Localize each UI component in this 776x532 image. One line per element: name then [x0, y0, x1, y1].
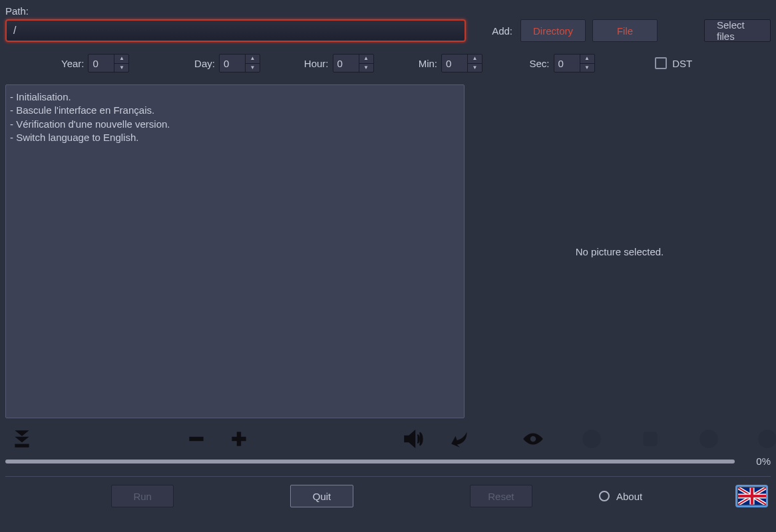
zoom-in-icon[interactable] [228, 428, 250, 450]
day-up-icon[interactable]: ▲ [246, 55, 260, 63]
sound-icon[interactable] [402, 428, 425, 450]
hour-stepper[interactable]: ▲▼ [333, 54, 374, 72]
settings-icon[interactable] [756, 428, 776, 450]
min-label: Min: [419, 58, 437, 69]
path-input[interactable] [5, 19, 466, 42]
min-stepper[interactable]: ▲▼ [441, 54, 483, 72]
eye-icon[interactable] [522, 428, 544, 450]
about-radio-icon [599, 491, 610, 501]
year-label: Year: [61, 58, 84, 69]
sec-up-icon[interactable]: ▲ [580, 55, 594, 63]
svg-point-3 [582, 430, 601, 448]
sec-label: Sec: [530, 58, 550, 69]
svg-rect-0 [189, 437, 203, 441]
add-directory-button[interactable]: Directory [520, 19, 586, 42]
svg-point-6 [758, 430, 776, 448]
run-button[interactable]: Run [111, 485, 174, 507]
preview-empty-text: No picture selected. [576, 246, 664, 257]
year-stepper[interactable]: ▲▼ [88, 54, 129, 72]
select-files-button[interactable]: Select files [704, 19, 771, 42]
day-label: Day: [194, 58, 215, 69]
add-label: Add: [492, 25, 512, 37]
min-up-icon[interactable]: ▲ [468, 55, 482, 63]
sec-input[interactable] [554, 55, 580, 72]
dst-checkbox[interactable] [655, 57, 667, 69]
stop-icon[interactable] [580, 428, 603, 450]
progress-bar [5, 460, 735, 464]
preview-panel: No picture selected. [469, 84, 771, 418]
svg-rect-4 [643, 432, 657, 446]
hour-down-icon[interactable]: ▼ [359, 63, 373, 72]
path-label: Path: [5, 5, 771, 17]
day-stepper[interactable]: ▲▼ [219, 54, 260, 72]
sec-down-icon[interactable]: ▼ [580, 63, 594, 72]
log-panel: - Initialisation. - Bascule l'interface … [5, 84, 465, 418]
help-icon[interactable] [697, 428, 720, 450]
download-stack-icon[interactable] [11, 428, 33, 450]
day-input[interactable] [220, 55, 245, 72]
progress-percent: 0% [743, 456, 771, 467]
svg-rect-2 [237, 432, 241, 446]
zoom-out-icon[interactable] [185, 428, 208, 450]
year-up-icon[interactable]: ▲ [114, 55, 128, 63]
add-file-button[interactable]: File [592, 19, 658, 42]
min-down-icon[interactable]: ▼ [468, 63, 482, 72]
divider [5, 476, 771, 477]
day-down-icon[interactable]: ▼ [246, 63, 260, 72]
reset-button[interactable]: Reset [470, 485, 532, 507]
about-button[interactable]: About [599, 491, 642, 502]
hour-input[interactable] [333, 55, 359, 72]
hour-up-icon[interactable]: ▲ [359, 55, 373, 63]
svg-point-5 [699, 430, 718, 448]
min-input[interactable] [442, 55, 467, 72]
about-label: About [616, 491, 642, 502]
language-flag-button[interactable] [735, 485, 768, 507]
year-down-icon[interactable]: ▼ [114, 63, 128, 72]
dst-label: DST [672, 58, 692, 69]
quit-button[interactable]: Quit [290, 485, 353, 507]
svg-rect-11 [738, 495, 766, 497]
sec-stepper[interactable]: ▲▼ [554, 54, 595, 72]
hour-label: Hour: [304, 58, 329, 69]
undo-icon[interactable] [450, 428, 473, 450]
year-input[interactable] [89, 55, 114, 72]
uk-flag-icon [738, 487, 766, 505]
record-icon[interactable] [639, 428, 662, 450]
